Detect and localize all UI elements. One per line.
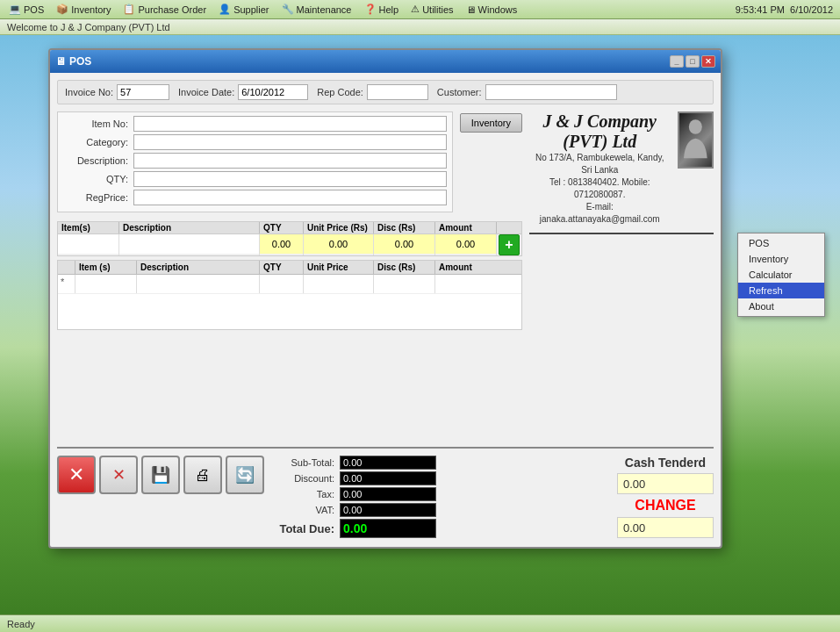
cash-tender-label: Cash Tenderd <box>625 456 706 470</box>
table-col-amount: Amount <box>435 261 497 274</box>
right-panel: J & J Company (PVT) Ltd No 173/A, Rambuk… <box>529 111 714 330</box>
context-menu-inventory[interactable]: Inventory <box>738 251 824 267</box>
sub-total-label: Sub-Total: <box>278 457 340 468</box>
menu-supplier[interactable]: 👤 Supplier <box>213 2 274 17</box>
company-info: J & J Company (PVT) Ltd No 173/A, Rambuk… <box>529 111 671 226</box>
discount-row: Discount: <box>278 471 603 485</box>
qty-row: QTY: <box>63 171 447 187</box>
window-title-area: 🖥 POS <box>55 55 670 68</box>
bottom-area: ✕ ✕ 💾 🖨 🔄 <box>57 447 714 540</box>
pos-title-icon: 🖥 <box>55 55 66 68</box>
tax-input[interactable] <box>340 487 436 501</box>
item-no-row: Item No: <box>63 116 447 132</box>
tax-label: Tax: <box>278 489 340 499</box>
refresh-button[interactable]: 🔄 <box>226 456 264 494</box>
invoice-date-group: Invoice Date: <box>178 84 308 100</box>
invoice-no-label: Invoice No: <box>65 87 113 97</box>
context-menu-about[interactable]: About <box>738 298 824 314</box>
menu-help[interactable]: ❓ Help <box>359 2 405 17</box>
inventory-icon: 📦 <box>56 4 68 15</box>
rep-code-group: Rep Code: <box>317 84 428 100</box>
table-col-items: Item (s) <box>75 261 137 274</box>
item-no-input[interactable] <box>133 116 447 132</box>
total-due-label: Total Due: <box>278 522 340 535</box>
context-menu-calculator[interactable]: Calculator <box>738 267 824 283</box>
table-disc-cell[interactable] <box>374 275 434 292</box>
entry-description-input[interactable] <box>119 234 259 254</box>
table-items-cell[interactable] <box>75 275 136 292</box>
menu-utilities[interactable]: ⚠ Utilities <box>406 2 458 17</box>
customer-group: Customer: <box>437 84 617 100</box>
sub-total-input[interactable] <box>340 456 436 470</box>
entry-qty-input[interactable] <box>260 234 303 254</box>
entry-items-input[interactable] <box>58 234 118 254</box>
customer-input[interactable] <box>485 84 617 100</box>
category-input[interactable] <box>133 134 447 150</box>
window-title-text: POS <box>69 55 91 68</box>
taskbar-datetime: 9:53:41 PM 6/10/2012 <box>736 4 840 15</box>
company-address2: Tel : 0813840402. Mobile: 0712080087. <box>529 176 671 201</box>
maintenance-icon: 🔧 <box>282 4 294 15</box>
add-item-button[interactable]: + <box>499 234 520 255</box>
entry-amount-input[interactable] <box>435 234 496 254</box>
entry-unit-price-input[interactable] <box>304 234 373 254</box>
total-due-input[interactable] <box>340 519 436 538</box>
invoice-no-input[interactable] <box>117 84 169 100</box>
window-close-button[interactable]: ✕ <box>701 55 715 68</box>
company-photo <box>678 111 714 169</box>
reg-price-input[interactable] <box>133 190 447 205</box>
left-panel: Item No: Category: Description: QTY <box>57 111 522 330</box>
col-qty: QTY <box>260 222 304 233</box>
rep-code-input[interactable] <box>367 84 428 100</box>
discount-input[interactable] <box>340 471 436 485</box>
vat-input[interactable] <box>340 503 436 517</box>
invoice-date-input[interactable] <box>238 84 308 100</box>
svg-point-0 <box>688 119 701 134</box>
table-desc-cell[interactable] <box>137 275 259 292</box>
cash-tender-input[interactable] <box>617 473 714 494</box>
print-button[interactable]: 🖨 <box>183 456 222 494</box>
table-unit-price-cell[interactable] <box>304 275 373 292</box>
qty-label: QTY: <box>63 174 133 184</box>
vat-row: VAT: <box>278 503 603 517</box>
change-input[interactable] <box>617 517 714 538</box>
close-button[interactable]: ✕ <box>57 456 96 494</box>
maximize-button[interactable]: □ <box>686 55 700 68</box>
total-due-row: Total Due: <box>278 519 603 538</box>
pos-icon: 💻 <box>9 4 21 15</box>
minimize-button[interactable]: _ <box>670 55 684 68</box>
context-menu-refresh[interactable]: Refresh <box>738 283 824 298</box>
table-col-description: Description <box>137 261 260 274</box>
cancel-button[interactable]: ✕ <box>99 456 138 494</box>
table-col-qty: QTY <box>260 261 304 274</box>
menu-pos[interactable]: 💻 POS <box>4 2 49 17</box>
context-menu-pos[interactable]: POS <box>738 235 824 251</box>
category-row: Category: <box>63 134 447 150</box>
table-col-unit-price: Unit Price <box>304 261 374 274</box>
table-qty-cell[interactable] <box>260 275 303 292</box>
totals-section: Sub-Total: Discount: Tax: VAT: <box>278 456 603 540</box>
category-label: Category: <box>63 137 133 147</box>
main-body: Item No: Category: Description: QTY <box>57 111 714 330</box>
entry-disc-input[interactable] <box>374 234 434 254</box>
context-menu: POS Inventory Calculator Refresh About <box>737 233 825 317</box>
menu-purchase-order[interactable]: 📋 Purchase Order <box>118 2 212 17</box>
description-input[interactable] <box>133 153 447 169</box>
help-icon: ❓ <box>364 4 377 15</box>
item-form-fields: Item No: Category: Description: QTY <box>57 111 453 212</box>
description-row: Description: <box>63 153 447 169</box>
taskbar-top: 💻 POS 📦 Inventory 📋 Purchase Order 👤 Sup… <box>0 0 840 19</box>
menu-windows[interactable]: 🖥 Windows <box>461 3 523 17</box>
cash-section: Cash Tenderd CHANGE <box>617 456 714 538</box>
company-email: E-mail: janaka.attanayaka@gmail.com <box>529 201 671 226</box>
save-button[interactable]: 💾 <box>141 456 180 494</box>
windows-icon: 🖥 <box>466 4 476 15</box>
menu-maintenance[interactable]: 🔧 Maintenance <box>276 2 357 17</box>
inventory-button[interactable]: Inventory <box>460 113 522 133</box>
qty-input[interactable] <box>133 171 447 187</box>
statusbar: Ready <box>0 614 840 632</box>
table-amount-cell[interactable] <box>435 275 497 292</box>
table-row: * <box>58 275 521 294</box>
cancel-icon: ✕ <box>112 465 126 485</box>
menu-inventory[interactable]: 📦 Inventory <box>51 2 116 17</box>
